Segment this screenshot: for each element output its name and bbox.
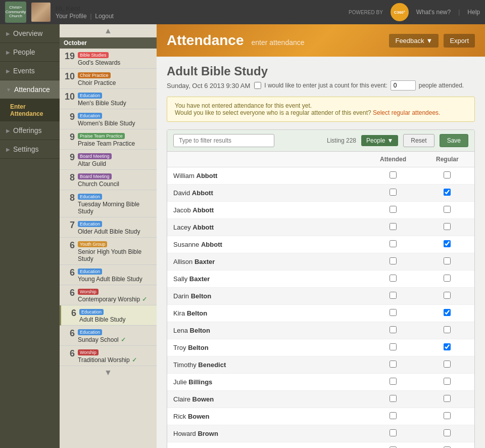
sidebar-item-overview[interactable]: ▶ Overview: [0, 24, 60, 43]
regular-checkbox[interactable]: [444, 257, 451, 264]
regular-checkbox[interactable]: [444, 309, 451, 316]
event-name: Church Council: [78, 181, 153, 188]
attended-checkbox[interactable]: [390, 292, 397, 299]
header-links[interactable]: Your Profile | Logout: [56, 12, 114, 20]
attended-cell: [366, 167, 420, 185]
attended-checkbox[interactable]: [390, 257, 397, 264]
event-list-item[interactable]: 6 Education Young Adult Bible Study: [60, 265, 157, 285]
attended-checkbox[interactable]: [390, 326, 397, 333]
regular-checkbox[interactable]: [444, 171, 451, 178]
attended-checkbox[interactable]: [390, 275, 397, 282]
regular-checkbox[interactable]: [444, 206, 451, 213]
attended-cell: [366, 391, 420, 408]
attended-cell: [366, 442, 420, 449]
sidebar-sub-enter-attendance[interactable]: Enter Attendance: [0, 99, 60, 121]
feedback-label: Feedback: [395, 37, 424, 44]
header-greeting: Hi, Kent: [56, 5, 114, 12]
help-link[interactable]: Help: [467, 9, 480, 16]
event-list-item[interactable]: 6 Education Sunday School✓: [60, 326, 157, 346]
event-details: Education Women's Bible Study: [78, 111, 153, 127]
save-button[interactable]: Save: [440, 134, 468, 147]
layout: ▶ Overview ▶ People ▶ Events ▼ Attendanc…: [0, 24, 485, 448]
event-list-item[interactable]: 9 Education Women's Bible Study: [60, 109, 157, 129]
event-details: Worship Traditional Worship✓: [78, 348, 153, 364]
scroll-down-button[interactable]: ▼: [60, 366, 157, 379]
event-list-item[interactable]: 10 Education Men's Bible Study: [60, 89, 157, 109]
attended-checkbox[interactable]: [390, 378, 397, 385]
event-day: 9: [64, 152, 75, 162]
sidebar-item-attendance[interactable]: ▼ Attendance: [0, 80, 60, 99]
event-list-item[interactable]: 6 Youth Group Senior High Youth Bible St…: [60, 238, 157, 265]
event-list-item[interactable]: 7 Education Older Adult Bible Study: [60, 217, 157, 238]
warning-line1: You have not entered attendance for this…: [175, 102, 467, 109]
attended-checkbox[interactable]: [390, 412, 397, 419]
sidebar-item-people-label: People: [13, 48, 35, 56]
regular-checkbox[interactable]: [444, 429, 451, 436]
scroll-up-button[interactable]: ▲: [60, 24, 157, 37]
whats-new-link[interactable]: What's new?: [416, 9, 451, 16]
export-button[interactable]: Export: [444, 34, 475, 48]
event-list-item[interactable]: 19 Bible Studies God's Stewards: [60, 49, 157, 69]
regular-checkbox[interactable]: [444, 378, 451, 385]
sidebar-item-people[interactable]: ▶ People: [0, 43, 60, 62]
regular-checkbox[interactable]: [444, 395, 451, 402]
event-list-item[interactable]: 6 Education Adult Bible Study: [60, 305, 157, 326]
table-row: Rick Bowen: [167, 408, 474, 425]
regular-checkbox[interactable]: [444, 343, 451, 350]
chevron-right-icon: ▶: [6, 50, 10, 55]
regular-checkbox[interactable]: [444, 275, 451, 282]
regular-checkbox[interactable]: [444, 223, 451, 230]
event-day: 6: [64, 287, 75, 297]
sidebar-item-events[interactable]: ▶ Events: [0, 62, 60, 80]
attended-checkbox[interactable]: [390, 223, 397, 230]
count-checkbox[interactable]: [254, 82, 261, 89]
people-dropdown[interactable]: People ▼: [361, 135, 398, 146]
person-name: Lena Belton: [173, 327, 210, 334]
event-list-item[interactable]: 8 Board Meeting Church Council: [60, 170, 157, 190]
select-regular-link[interactable]: Select regular attendees.: [373, 109, 440, 116]
attended-checkbox[interactable]: [390, 309, 397, 316]
attended-checkbox[interactable]: [390, 171, 397, 178]
feedback-button[interactable]: Feedback ▼: [389, 34, 439, 48]
event-list-item[interactable]: 9 Board Meeting Altar Guild: [60, 150, 157, 170]
count-input[interactable]: [391, 80, 416, 91]
sidebar-item-offerings[interactable]: ▶ Offerings: [0, 121, 60, 140]
attended-cell: [366, 356, 420, 374]
attended-checkbox[interactable]: [390, 429, 397, 436]
attended-checkbox[interactable]: [390, 343, 397, 350]
event-list-item[interactable]: 6 Worship Contemporary Worship✓: [60, 285, 157, 305]
col-attended-header: Attended: [366, 152, 420, 167]
event-day: 8: [64, 192, 75, 202]
logout-link[interactable]: Logout: [95, 13, 114, 20]
event-list-item[interactable]: 10 Choir Practice Choir Practice: [60, 69, 157, 89]
your-profile-link[interactable]: Your Profile: [56, 13, 87, 20]
regular-cell: [420, 167, 474, 185]
count-section: I would like to enter just a count for t…: [254, 80, 464, 91]
reset-button[interactable]: Reset: [403, 134, 434, 147]
event-list-item[interactable]: 9 Praise Team Practice Praise Team Pract…: [60, 129, 157, 150]
regular-checkbox[interactable]: [444, 189, 451, 196]
attended-checkbox[interactable]: [390, 206, 397, 213]
attended-cell: [366, 288, 420, 305]
regular-checkbox[interactable]: [444, 326, 451, 333]
regular-checkbox[interactable]: [444, 292, 451, 299]
regular-checkbox[interactable]: [444, 412, 451, 419]
event-name: Young Adult Bible Study: [78, 276, 153, 283]
attended-checkbox[interactable]: [390, 361, 397, 368]
event-list-item[interactable]: 6 Worship Traditional Worship✓: [60, 346, 157, 366]
attended-checkbox[interactable]: [390, 189, 397, 196]
regular-cell: [420, 391, 474, 408]
sidebar-item-settings[interactable]: ▶ Settings: [0, 140, 60, 159]
attended-checkbox[interactable]: [390, 395, 397, 402]
event-list-item[interactable]: 8 Education Tuesday Morning Bible Study: [60, 190, 157, 217]
chevron-right-icon: ▶: [6, 68, 10, 74]
events-panel: ▲ October 19 Bible Studies God's Steward…: [60, 24, 157, 448]
attended-cell: [366, 253, 420, 271]
regular-cell: [420, 202, 474, 219]
regular-checkbox[interactable]: [444, 361, 451, 368]
attended-checkbox[interactable]: [390, 240, 397, 247]
filter-input[interactable]: [173, 134, 274, 147]
event-name: Choir Practice: [78, 79, 153, 86]
table-row: Darin Belton: [167, 288, 474, 305]
regular-checkbox[interactable]: [444, 240, 451, 247]
